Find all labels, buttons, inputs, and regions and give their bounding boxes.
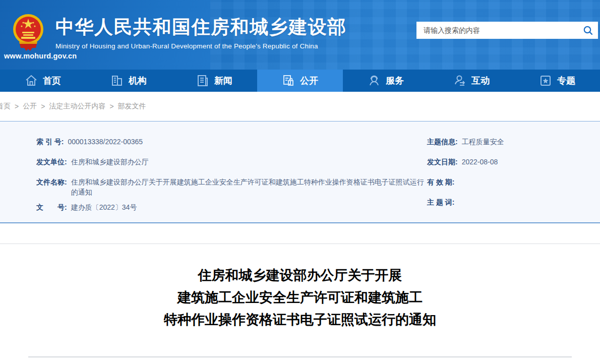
meta-value: 000013338/2022-00365	[68, 137, 143, 147]
meta-value: 建办质〔2022〕34号	[71, 202, 137, 212]
nav-item-label: 公开	[300, 75, 318, 87]
meta-label: 发文单位:	[36, 157, 67, 167]
meta-row-keywords: 主 题 词:	[427, 197, 580, 212]
site-header: www.mohurd.gov.cn 中华人民共和国住房和城乡建设部 Minist…	[0, 0, 600, 70]
breadcrumb-separator: >	[109, 102, 113, 110]
nav-item-organization[interactable]: 机构	[86, 70, 171, 92]
site-title-block: 中华人民共和国住房和城乡建设部 Ministry of Housing and …	[55, 17, 347, 50]
site-title: 中华人民共和国住房和城乡建设部	[55, 17, 347, 38]
meta-row-issuing-unit: 发文单位: 住房和城乡建设部办公厅	[36, 157, 427, 172]
search-icon	[583, 25, 593, 35]
meta-row-validity: 有 效 期:	[427, 177, 580, 192]
meta-label: 文 号:	[36, 202, 67, 212]
article-title-line: 特种作业操作资格证书电子证照试运行的通知	[0, 309, 600, 331]
meta-row-subject-info: 主题信息: 工程质量安全	[427, 137, 580, 152]
meta-label: 主 题 词:	[427, 197, 454, 207]
document-meta-panel: 索 引 号: 000013338/2022-00365 发文单位: 住房和城乡建…	[0, 121, 600, 223]
search-box	[416, 22, 598, 39]
meta-row-document-number: 文 号: 建办质〔2022〕34号	[36, 202, 427, 217]
nav-item-topics[interactable]: 专题	[514, 70, 600, 92]
breadcrumb-statutory-content[interactable]: 法定主动公开内容	[49, 102, 105, 111]
breadcrumb-separator: >	[41, 102, 45, 110]
topics-icon	[539, 74, 552, 87]
site-subtitle: Ministry of Housing and Urban-Rural Deve…	[55, 42, 347, 50]
service-icon	[368, 74, 381, 87]
meta-value: 住房和城乡建设部办公厅	[71, 157, 149, 167]
interaction-icon	[453, 74, 466, 87]
site-url: www.mohurd.gov.cn	[4, 52, 77, 60]
breadcrumb-disclosure[interactable]: 公开	[23, 102, 37, 111]
nav-item-news[interactable]: 新闻	[171, 70, 257, 92]
breadcrumb-home[interactable]: 首页	[0, 102, 11, 111]
home-icon	[25, 74, 38, 87]
meta-label: 文件名称:	[36, 177, 67, 187]
meta-right-column: 主题信息: 工程质量安全 发文日期: 2022-08-08 有 效 期: 主 题…	[427, 137, 580, 222]
meta-value: 2022-08-08	[462, 157, 498, 167]
nav-item-home[interactable]: 首页	[0, 70, 86, 92]
meta-value: 工程质量安全	[462, 137, 504, 147]
nav-item-label: 服务	[386, 75, 404, 87]
meta-row-document-name: 文件名称: 住房和城乡建设部办公厅关于开展建筑施工企业安全生产许可证和建筑施工特…	[36, 177, 427, 197]
disclosure-icon	[282, 74, 295, 87]
meta-label: 索 引 号:	[36, 137, 64, 147]
breadcrumb-ministry-documents[interactable]: 部发文件	[118, 102, 146, 111]
article-title-line: 住房和城乡建设部办公厅关于开展	[0, 264, 600, 286]
nav-item-label: 互动	[471, 75, 490, 87]
breadcrumb: 首页 > 公开 > 法定主动公开内容 > 部发文件	[0, 92, 600, 121]
meta-row-index-number: 索 引 号: 000013338/2022-00365	[36, 137, 427, 152]
meta-label: 发文日期:	[427, 157, 458, 167]
nav-item-label: 首页	[43, 75, 61, 87]
article-divider	[28, 356, 572, 357]
nav-item-label: 专题	[557, 75, 575, 87]
article-title: 住房和城乡建设部办公厅关于开展 建筑施工企业安全生产许可证和建筑施工 特种作业操…	[0, 244, 600, 331]
meta-row-issue-date: 发文日期: 2022-08-08	[427, 157, 580, 172]
search-button[interactable]	[578, 22, 598, 39]
nav-item-interaction[interactable]: 互动	[429, 70, 514, 92]
search-input[interactable]	[416, 26, 578, 34]
main-nav: 首页 机构 新闻 公开	[0, 70, 600, 92]
breadcrumb-separator: >	[15, 102, 19, 110]
nav-item-service[interactable]: 服务	[343, 70, 429, 92]
nav-item-label: 新闻	[214, 75, 232, 87]
meta-label: 主题信息:	[427, 137, 458, 147]
meta-value: 住房和城乡建设部办公厅关于开展建筑施工企业安全生产许可证和建筑施工特种作业操作资…	[71, 177, 424, 197]
nav-item-label: 机构	[129, 75, 147, 87]
article-title-line: 建筑施工企业安全生产许可证和建筑施工	[0, 286, 600, 309]
organization-icon	[110, 74, 124, 87]
spacer	[0, 223, 600, 244]
nav-item-disclosure[interactable]: 公开	[257, 70, 343, 92]
national-emblem-logo	[12, 13, 44, 52]
meta-left-column: 索 引 号: 000013338/2022-00365 发文单位: 住房和城乡建…	[36, 137, 427, 222]
meta-label: 有 效 期:	[427, 177, 454, 187]
news-icon	[196, 74, 209, 87]
